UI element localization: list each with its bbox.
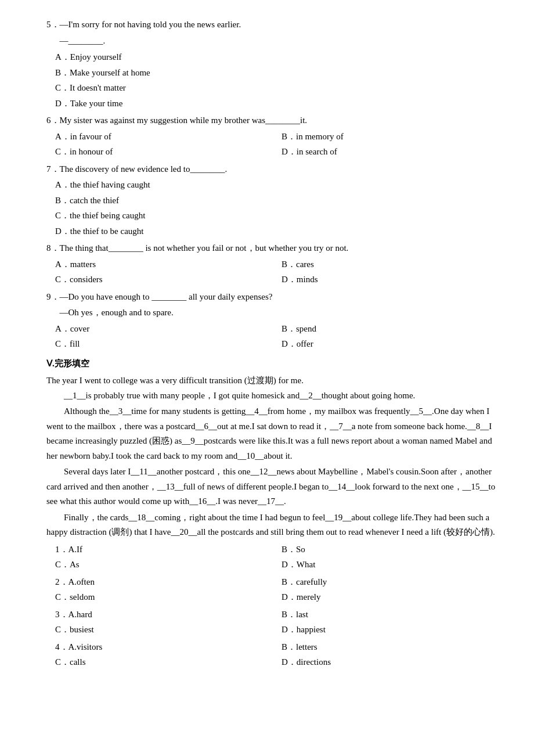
section-v-title: Ⅴ.完形填空 (46, 357, 499, 372)
cloze-q4-b: B．letters (273, 640, 499, 655)
q8-option-c: C．considers (46, 272, 273, 287)
cloze-q4-cd: C．calls D．directions (46, 655, 499, 670)
q5-text: 5．—I'm sorry for not having told you the… (60, 17, 500, 33)
q7-option-a: A．the thief having caught (55, 178, 499, 193)
q7-option-b: B．catch the thief (55, 193, 499, 208)
cloze-q2-a: 2．A.often (46, 575, 273, 590)
q9-option-d: D．offer (273, 337, 499, 352)
q5-option-d: D．Take your time (55, 96, 499, 111)
passage-p1: The year I went to college was a very di… (46, 373, 499, 388)
q8-option-a: A．matters (46, 257, 273, 272)
cloze-q2-d: D．merely (273, 590, 499, 605)
cloze-q1-b: B．So (273, 542, 499, 557)
q7-option-d: D．the thief to be caught (55, 224, 499, 239)
cloze-q3-cd: C．busiest D．happiest (46, 622, 499, 638)
question-5: 5．—I'm sorry for not having told you the… (46, 17, 499, 111)
passage-p2: __1__is probably true with many people，I… (46, 388, 499, 404)
cloze-q2: 2．A.often B．carefully C．seldom D．merely (46, 575, 499, 605)
cloze-q3-a: 3．A.hard (46, 607, 273, 622)
q9-options-cd: C．fill D．offer (46, 337, 499, 352)
passage-p5: Finally，the cards__18__coming，right abou… (46, 510, 499, 540)
cloze-q1-a: 1．A.If (46, 542, 273, 557)
q6-option-b: B．in memory of (273, 129, 499, 145)
question-6: 6．My sister was against my suggestion wh… (46, 113, 499, 160)
q9-option-b: B．spend (273, 322, 499, 337)
q5-option-a: A．Enjoy yourself (55, 50, 499, 65)
cloze-q2-b: B．carefully (273, 575, 499, 590)
cloze-q1-c: C．As (46, 557, 273, 573)
question-7: 7．The discovery of new evidence led to__… (46, 162, 499, 239)
cloze-q1-cd: C．As D．What (46, 557, 499, 573)
cloze-q1: 1．A.If B．So C．As D．What (46, 542, 499, 573)
cloze-q4: 4．A.visitors B．letters C．calls D．directi… (46, 640, 499, 670)
q8-options-cd: C．considers D．minds (46, 272, 499, 287)
cloze-q3-b: B．last (273, 607, 499, 622)
cloze-q2-c: C．seldom (46, 590, 273, 605)
cloze-q1-d: D．What (273, 557, 499, 573)
q7-option-c: C．the thief being caught (55, 208, 499, 224)
cloze-q4-a: 4．A.visitors (46, 640, 273, 655)
cloze-q4-c: C．calls (46, 655, 273, 670)
q6-options-cd: C．in honour of D．in search of (46, 145, 499, 160)
q5-option-b: B．Make yourself at home (55, 66, 499, 81)
cloze-q4-ab: 4．A.visitors B．letters (46, 640, 499, 655)
q5-option-c: C．It doesn't matter (55, 81, 499, 96)
passage-p3: Although the__3__time for many students … (46, 404, 499, 463)
q8-option-d: D．minds (273, 272, 499, 287)
cloze-q2-cd: C．seldom D．merely (46, 590, 499, 605)
cloze-q3-ab: 3．A.hard B．last (46, 607, 499, 622)
q6-option-d: D．in search of (273, 145, 499, 160)
q5-text2: —________. (60, 34, 500, 49)
q8-options-ab: A．matters B．cares (46, 257, 499, 272)
q8-option-b: B．cares (273, 257, 499, 272)
cloze-q3-d: D．happiest (273, 622, 499, 638)
question-9: 9．—Do you have enough to ________ all yo… (46, 290, 499, 352)
q6-text: 6．My sister was against my suggestion wh… (60, 113, 500, 128)
cloze-q1-ab: 1．A.If B．So (46, 542, 499, 557)
q9-options-ab: A．cover B．spend (46, 322, 499, 337)
q9-option-c: C．fill (46, 337, 273, 352)
q6-options: A．in favour of B．in memory of (46, 129, 499, 145)
question-8: 8．The thing that________ is not whether … (46, 241, 499, 287)
cloze-q3: 3．A.hard B．last C．busiest D．happiest (46, 607, 499, 638)
cloze-q4-d: D．directions (273, 655, 499, 670)
passage: The year I went to college was a very di… (46, 373, 499, 540)
cloze-q3-c: C．busiest (46, 622, 273, 638)
cloze-q2-ab: 2．A.often B．carefully (46, 575, 499, 590)
q7-text: 7．The discovery of new evidence led to__… (60, 162, 500, 177)
q6-option-a: A．in favour of (46, 129, 273, 145)
q6-option-c: C．in honour of (46, 145, 273, 160)
q8-text: 8．The thing that________ is not whether … (60, 241, 500, 256)
q9-text2: —Oh yes，enough and to spare. (60, 305, 500, 321)
q9-option-a: A．cover (46, 322, 273, 337)
passage-p4: Several days later I__11__another postca… (46, 465, 499, 509)
q9-text: 9．—Do you have enough to ________ all yo… (60, 290, 500, 305)
